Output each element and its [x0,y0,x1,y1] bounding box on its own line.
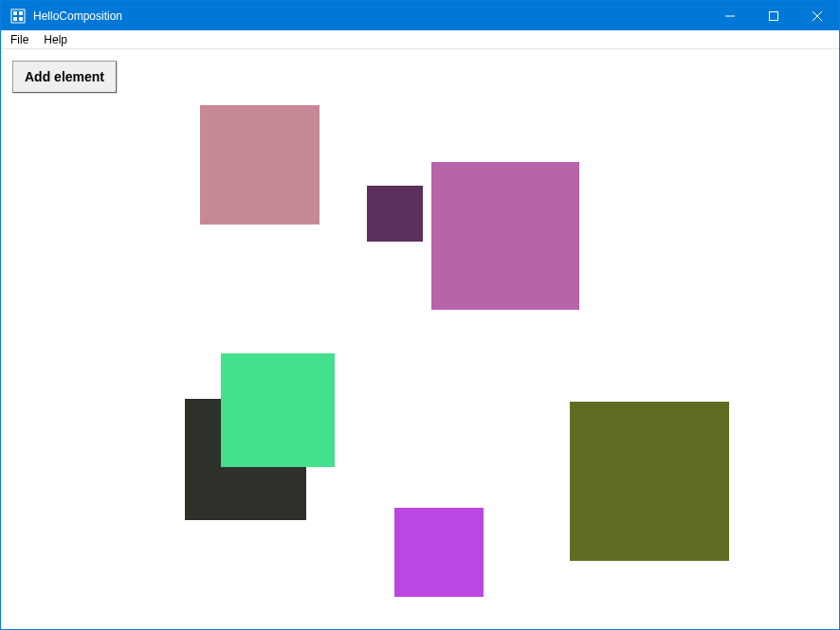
svg-rect-1 [13,11,17,15]
app-icon [10,9,26,24]
svg-rect-2 [19,11,23,15]
titlebar: HelloComposition [1,1,839,30]
minimize-button[interactable] [708,1,752,30]
canvas-square [394,508,484,597]
svg-rect-4 [19,17,23,21]
close-button[interactable] [795,1,839,30]
menubar: File Help [1,30,839,49]
canvas-area: Add element [1,49,839,629]
menu-help[interactable]: Help [36,31,75,48]
svg-rect-6 [770,11,778,20]
canvas-square [221,353,335,467]
menu-file[interactable]: File [3,31,36,48]
canvas-square [367,186,423,242]
maximize-button[interactable] [752,1,795,30]
add-element-button[interactable]: Add element [12,61,117,93]
window-title: HelloComposition [33,9,122,23]
svg-rect-3 [13,17,17,21]
canvas-square [200,105,320,225]
canvas-square [431,162,579,310]
canvas-square [570,402,729,561]
